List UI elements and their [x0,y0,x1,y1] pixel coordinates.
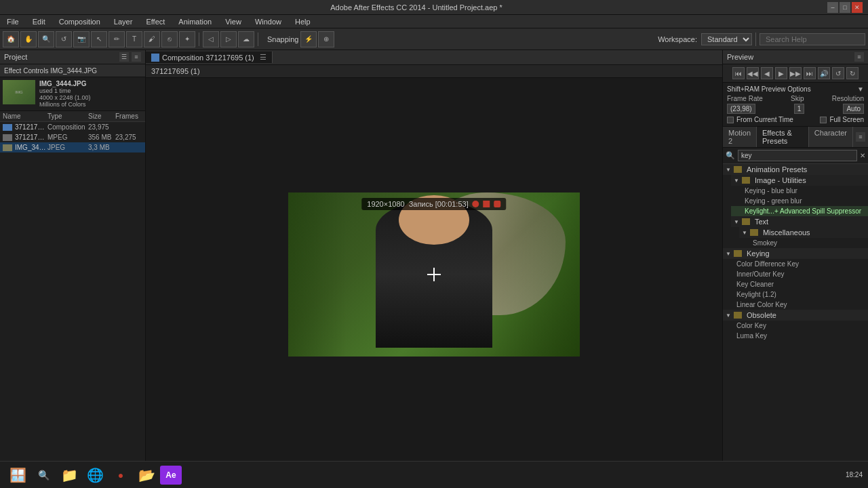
item-type-2: JPEG [47,144,88,151]
toolbar-pen[interactable]: ✏ [108,31,125,47]
from-current-time-toggle[interactable]: From Current Time [727,116,793,123]
effect-key-cleaner[interactable]: Key Cleaner [723,279,868,289]
taskbar-aftereffects[interactable]: Ae [160,466,182,485]
toolbar-brush[interactable]: 🖌 [144,31,160,47]
toolbar-snap1[interactable]: ⚡ [300,31,317,47]
taskbar-start[interactable]: 🪟 [5,464,30,486]
menu-animation[interactable]: Animation [174,16,216,27]
menu-effect[interactable]: Effect [142,16,169,27]
item-size-2: 3,3 MB [88,144,115,151]
shift-ram-expand[interactable]: ▼ [857,85,864,93]
main-area: Project ☰ ≡ Effect Controls IMG_3444.JPG… [0,50,868,488]
taskbar-search[interactable]: 🔍 [31,464,56,486]
toolbar-hand[interactable]: ✋ [20,31,37,47]
window-controls: – □ ✕ [827,2,863,13]
effect-keylight-advanced[interactable]: Keylight...+ Advanced Spill Suppressor [731,206,868,216]
subgroup-miscellaneous: ▼ Miscellaneous Smokey [731,227,868,248]
effect-keying-green-blur[interactable]: Keying - green blur [731,196,868,206]
preview-menu-btn[interactable]: ≡ [854,52,864,62]
toolbar-align2[interactable]: ▷ [220,31,237,47]
toolbar-puppet[interactable]: ✦ [179,31,195,47]
record-pause-btn[interactable] [494,201,501,207]
effects-search-clear[interactable]: ✕ [860,152,865,159]
taskbar-files[interactable]: 📁 [57,464,81,486]
keying-header[interactable]: ▼ Keying [723,248,868,259]
project-item-0[interactable]: 371217695 (1) Composition 23,975 [0,122,145,132]
item-icon-comp [3,124,12,131]
taskbar-browser[interactable]: 🌐 [83,464,107,486]
record-square-btn[interactable] [484,201,490,207]
menu-help[interactable]: Help [291,16,315,27]
project-search-btn[interactable]: ☰ [119,52,129,62]
canvas-area: 1920×1080 Запись [00:01:53] [288,192,580,357]
transport-play[interactable]: ▶ [775,67,787,79]
toolbar-text[interactable]: T [126,31,142,47]
file-colors: Millions of Colors [39,101,91,108]
image-utilities-header[interactable]: ▼ Image - Utilities [731,175,868,186]
obsolete-label: Obsolete [747,311,776,319]
effect-inner-outer-key[interactable]: Inner/Outer Key [723,269,868,279]
tab-effects-presets[interactable]: Effects & Presets [757,127,809,147]
toolbar-rotate[interactable]: ↺ [56,31,72,47]
menu-edit[interactable]: Edit [28,16,50,27]
tab-character[interactable]: Character [809,127,853,147]
effect-keylight[interactable]: Keylight (1.2) [723,289,868,300]
effects-search-input[interactable] [738,150,857,161]
taskbar-folder[interactable]: 📂 [134,464,159,486]
effect-keying-blue-blur[interactable]: Keying - blue blur [731,186,868,196]
effect-color-key[interactable]: Color Key [723,321,868,331]
menu-window[interactable]: Window [251,16,285,27]
menu-layer[interactable]: Layer [110,16,137,27]
composition-viewport[interactable]: 1920×1080 Запись [00:01:53] [146,78,722,470]
comp-tab-menu[interactable]: ☰ [260,53,267,62]
full-screen-toggle[interactable]: Full Screen [820,116,864,123]
project-item-1[interactable]: 371217695....mp4 MPEG 356 MB 23,275 [0,132,145,142]
toolbar-home[interactable]: 🏠 [3,31,19,47]
close-button[interactable]: ✕ [852,2,863,13]
search-help-input[interactable] [760,33,865,45]
transport-last[interactable]: ⏭ [804,67,816,79]
effects-group-obsolete: ▼ Obsolete Color Key Luma Key [723,310,868,341]
col-frames: Frames [115,113,142,120]
maximize-button[interactable]: □ [840,2,850,13]
transport-audio[interactable]: 🔊 [818,67,830,79]
toolbar-select[interactable]: ↖ [91,31,107,47]
title-bar: Adobe After Effects CC 2014 - Untitled P… [0,0,868,15]
toolbar-clone[interactable]: ⎋ [161,31,178,47]
toolbar-snap2[interactable]: ⊕ [318,31,334,47]
transport-ram[interactable]: ↻ [846,67,859,79]
project-item-2[interactable]: IMG_344...G JPEG 3,3 MB [0,142,145,152]
comp-tab-main[interactable]: Composition 371217695 (1) ☰ [146,52,273,63]
transport-first[interactable]: ⏮ [732,67,745,79]
effect-linear-color-key[interactable]: Linear Color Key [723,300,868,310]
misc-header[interactable]: ▼ Miscellaneous [739,227,868,238]
workspace-select[interactable]: Standard [701,33,752,45]
left-panel: Project ☰ ≡ Effect Controls IMG_3444.JPG… [0,50,146,488]
effects-panel-menu[interactable]: ≡ [856,132,865,142]
transport-loop[interactable]: ↺ [832,67,844,79]
toolbar-camera[interactable]: 📷 [73,31,90,47]
resolution-label: Resolution [832,95,864,102]
effect-luma-key[interactable]: Luma Key [723,331,868,341]
toolbar-zoom[interactable]: 🔍 [38,31,54,47]
transport-prev-frame[interactable]: ◀◀ [747,67,759,79]
text-header[interactable]: ▼ Text [731,216,868,227]
toolbar-align3[interactable]: ☁ [238,31,254,47]
transport-prev[interactable]: ◀ [761,67,773,79]
menu-composition[interactable]: Composition [55,16,104,27]
toolbar-align1[interactable]: ◁ [203,31,219,47]
effect-color-diff-key[interactable]: Color Difference Key [723,259,868,269]
tab-motion2[interactable]: Motion 2 [723,127,757,147]
project-menu-btn[interactable]: ≡ [132,52,141,62]
effect-smokey[interactable]: Smokey [739,238,868,248]
menu-file[interactable]: File [3,16,23,27]
transport-next[interactable]: ▶▶ [789,67,802,79]
record-stop-btn[interactable] [473,201,479,207]
menu-view[interactable]: View [221,16,245,27]
effects-group-animation-presets-header[interactable]: ▼ Animation Presets [723,164,868,175]
taskbar-red[interactable]: ● [108,464,133,486]
obsolete-header[interactable]: ▼ Obsolete [723,310,868,321]
folder-icon-animation-presets [734,166,742,173]
effects-search-section: 🔍 ✕ [723,148,868,164]
minimize-button[interactable]: – [827,2,838,13]
